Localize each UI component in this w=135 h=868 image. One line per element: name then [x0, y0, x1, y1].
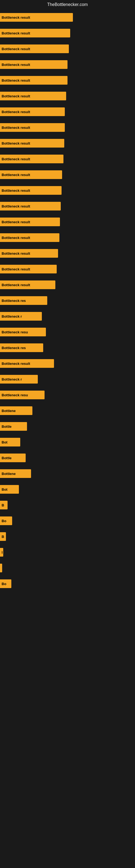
bar-32: Bo: [0, 517, 12, 525]
spacer-35: [0, 574, 135, 578]
bar-label-6: Bottleneck result: [2, 110, 30, 114]
bar-row: Bottleneck result: [0, 185, 135, 196]
spacer-23: [0, 384, 135, 390]
bar-label-20: Bottleneck resu: [2, 330, 28, 334]
spacer-18: [0, 306, 135, 311]
bar-label-27: Bot: [2, 440, 8, 444]
bar-33: B: [0, 532, 6, 541]
spacer-4: [0, 86, 135, 91]
bar-11: Bottleneck result: [0, 186, 61, 195]
spacer-25: [0, 416, 135, 421]
spacer-33: [0, 542, 135, 547]
bar-label-5: Bottleneck result: [2, 94, 30, 98]
bar-0: Bottleneck result: [0, 13, 73, 22]
bar-row: Bottleneck result: [0, 12, 135, 23]
bar-row: Bottleneck result: [0, 248, 135, 259]
bar-label-34: I: [2, 550, 3, 554]
bar-row: Bottleneck result: [0, 138, 135, 149]
spacer-12: [0, 212, 135, 216]
bar-row: Bottle: [0, 453, 135, 463]
bar-label-16: Bottleneck result: [2, 267, 30, 271]
bar-3: Bottleneck result: [0, 60, 68, 69]
bar-label-23: Bottleneck r: [2, 377, 22, 381]
bar-row: Bottleneck result: [0, 264, 135, 275]
bar-8: Bottleneck result: [0, 139, 64, 148]
spacer-22: [0, 369, 135, 374]
bar-row: Bot: [0, 484, 135, 495]
bar-label-13: Bottleneck result: [2, 220, 30, 224]
bar-row: Bottle: [0, 421, 135, 432]
bar-row: Bottleneck result: [0, 59, 135, 70]
bar-2: Bottleneck result: [0, 44, 69, 53]
bar-label-36: Bo: [2, 582, 6, 586]
bar-row: Bottleneck result: [0, 169, 135, 180]
bar-30: Bot: [0, 485, 19, 494]
spacer-28: [0, 463, 135, 468]
bar-label-9: Bottleneck result: [2, 157, 30, 161]
bar-row: Bottleneck result: [0, 216, 135, 227]
bar-24: Bottleneck resu: [0, 391, 45, 399]
bar-row: [0, 563, 135, 574]
bar-label-29: Bottlene: [2, 472, 16, 476]
bar-row: Bo: [0, 578, 135, 589]
bar-label-21: Bottleneck res: [2, 346, 26, 350]
spacer-31: [0, 510, 135, 516]
spacer-6: [0, 117, 135, 122]
bar-16: Bottleneck result: [0, 265, 57, 273]
bar-row: Bottleneck result: [0, 122, 135, 133]
bar-row: Bottleneck result: [0, 75, 135, 86]
bar-row: Bot: [0, 437, 135, 447]
spacer-30: [0, 495, 135, 500]
bar-29: Bottlene: [0, 469, 31, 478]
bar-label-7: Bottleneck result: [2, 126, 30, 130]
spacer-19: [0, 322, 135, 327]
bar-label-8: Bottleneck result: [2, 141, 30, 145]
spacer-9: [0, 164, 135, 169]
bar-row: Bottleneck res: [0, 295, 135, 306]
spacer-7: [0, 133, 135, 138]
bar-row: Bottleneck result: [0, 91, 135, 101]
bar-label-14: Bottleneck result: [2, 236, 30, 240]
bar-26: Bottle: [0, 422, 27, 431]
spacer-34: [0, 558, 135, 563]
spacer-2: [0, 54, 135, 59]
bar-label-32: Bo: [2, 519, 6, 523]
spacer-11: [0, 196, 135, 201]
bar-label-22: Bottleneck result: [2, 362, 30, 366]
bar-row: Bottlene: [0, 405, 135, 416]
bar-row: Bottleneck r: [0, 311, 135, 322]
bar-label-4: Bottleneck result: [2, 79, 30, 83]
spacer-8: [0, 149, 135, 154]
bar-21: Bottleneck res: [0, 343, 43, 352]
bar-label-26: Bottle: [2, 425, 12, 429]
bar-label-24: Bottleneck resu: [2, 393, 28, 397]
bar-4: Bottleneck result: [0, 76, 68, 85]
bar-18: Bottleneck res: [0, 296, 47, 305]
bar-row: Bottleneck result: [0, 232, 135, 243]
bar-row: Bottleneck r: [0, 374, 135, 384]
bar-5: Bottleneck result: [0, 92, 66, 100]
bar-20: Bottleneck resu: [0, 328, 46, 336]
site-title: TheBottlenecker.com: [0, 0, 135, 9]
bar-label-17: Bottleneck result: [2, 283, 30, 287]
spacer-29: [0, 479, 135, 484]
bar-row: Bottleneck result: [0, 358, 135, 369]
bar-label-31: B: [2, 503, 4, 507]
bar-1: Bottleneck result: [0, 29, 70, 37]
bars-container: Bottleneck resultBottleneck resultBottle…: [0, 9, 135, 597]
bar-25: Bottlene: [0, 406, 32, 415]
bar-label-28: Bottle: [2, 456, 12, 460]
bar-17: Bottleneck result: [0, 280, 55, 289]
bar-15: Bottleneck result: [0, 249, 58, 258]
spacer-26: [0, 432, 135, 437]
bar-label-3: Bottleneck result: [2, 63, 30, 67]
bar-row: Bottleneck result: [0, 106, 135, 117]
spacer-24: [0, 400, 135, 405]
bar-row: Bottlene: [0, 468, 135, 479]
bar-row: Bottleneck resu: [0, 327, 135, 337]
bar-27: Bot: [0, 438, 20, 446]
bar-9: Bottleneck result: [0, 155, 63, 163]
site-title-container: TheBottlenecker.com: [0, 0, 135, 9]
spacer-15: [0, 259, 135, 264]
bar-28: Bottle: [0, 454, 26, 462]
